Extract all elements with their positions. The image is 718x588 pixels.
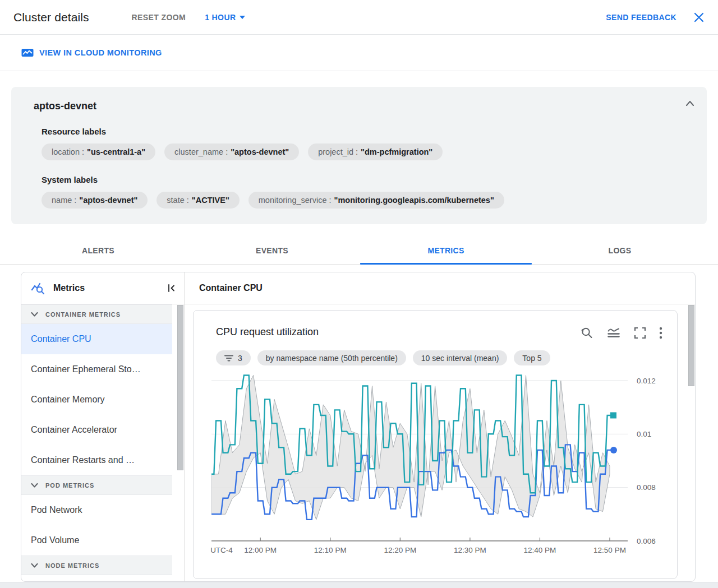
chart-chip-label: 3 bbox=[238, 354, 242, 363]
label-key: location : bbox=[52, 147, 84, 156]
label-value: "ACTIVE" bbox=[192, 196, 229, 205]
main-scrollbar[interactable] bbox=[688, 305, 695, 581]
metrics-explorer-icon bbox=[30, 281, 45, 295]
cluster-name: aptos-devnet bbox=[34, 100, 96, 112]
main-scrollbar-thumb[interactable] bbox=[688, 305, 694, 386]
label-value: "aptos-devnet" bbox=[79, 196, 137, 205]
close-button[interactable] bbox=[693, 12, 705, 23]
chart-chip-label: Top 5 bbox=[522, 354, 541, 363]
svg-text:0.008: 0.008 bbox=[637, 483, 656, 492]
sidebar-metric-list: CONTAINER METRICSContainer CPUContainer … bbox=[21, 304, 172, 581]
selected-metric-title: Container CPU bbox=[185, 272, 695, 304]
filter-icon bbox=[224, 354, 233, 362]
chart-title: CPU request utilization bbox=[216, 326, 319, 338]
label-key: cluster_name : bbox=[174, 147, 228, 156]
fullscreen-icon bbox=[634, 327, 646, 339]
cluster-details-panel: Cluster details RESET ZOOM 1 HOUR SEND F… bbox=[0, 0, 718, 588]
system-label-chip[interactable]: state :"ACTIVE" bbox=[157, 192, 239, 209]
page-title: Cluster details bbox=[13, 11, 89, 24]
sidebar-title: Metrics bbox=[53, 283, 85, 293]
tab-logs[interactable]: LOGS bbox=[533, 238, 707, 264]
bottom-strip bbox=[0, 582, 718, 588]
collapse-card-button[interactable] bbox=[685, 100, 694, 106]
tab-events[interactable]: EVENTS bbox=[185, 238, 359, 264]
cluster-card-header: aptos-devnet bbox=[22, 100, 696, 112]
chart-options-button[interactable] bbox=[606, 326, 621, 340]
tab-bar-wrap: ALERTSEVENTSMETRICSLOGS bbox=[0, 238, 718, 265]
section-header-container-metrics[interactable]: CONTAINER METRICS bbox=[21, 304, 172, 324]
reset-zoom-button[interactable]: RESET ZOOM bbox=[132, 13, 186, 22]
chevron-down-icon bbox=[31, 312, 38, 317]
monitoring-bar: VIEW IN CLOUD MONITORING bbox=[0, 35, 718, 71]
label-value: "aptos-devnet" bbox=[231, 147, 289, 156]
more-options-button[interactable] bbox=[659, 327, 662, 339]
sidebar-item-pod-volume[interactable]: Pod Volume bbox=[21, 525, 172, 555]
collapse-sidebar-button[interactable] bbox=[167, 284, 176, 293]
cpu-utilization-chart: 12:00 PM12:10 PM12:20 PM12:30 PM12:40 PM… bbox=[194, 373, 677, 578]
chart-area[interactable]: 12:00 PM12:10 PM12:20 PM12:30 PM12:40 PM… bbox=[194, 373, 677, 578]
section-header-label: POD METRICS bbox=[45, 482, 94, 489]
system-label-chip[interactable]: monitoring_service :"monitoring.googleap… bbox=[248, 192, 504, 209]
chevron-down-icon bbox=[31, 563, 38, 568]
svg-text:12:00 PM: 12:00 PM bbox=[244, 546, 277, 554]
sidebar-item-container-memory[interactable]: Container Memory bbox=[21, 385, 172, 415]
sidebar-item-container-accelerator[interactable]: Container Accelerator bbox=[21, 415, 172, 445]
chart-card-header: CPU request utilization bbox=[194, 311, 677, 340]
svg-text:0.012: 0.012 bbox=[637, 377, 656, 385]
chart-chip-2[interactable]: 10 sec interval (mean) bbox=[413, 350, 508, 365]
time-range-dropdown[interactable]: 1 HOUR bbox=[205, 13, 245, 22]
zoom-reset-button[interactable] bbox=[580, 326, 593, 340]
section-header-pod-metrics[interactable]: POD METRICS bbox=[21, 475, 172, 495]
sidebar-header: Metrics bbox=[21, 272, 184, 304]
chart-filter-chips: 3by namespace name (50th percentile)10 s… bbox=[216, 350, 677, 365]
metric-main-area: Container CPU CPU request utilization 3b… bbox=[185, 272, 695, 581]
sidebar-item-container-ephemeral-sto[interactable]: Container Ephemeral Sto… bbox=[21, 354, 172, 385]
label-value: "us-central1-a" bbox=[87, 147, 145, 156]
cluster-info-card: aptos-devnet Resource labels location :"… bbox=[11, 87, 707, 224]
resource-label-chip[interactable]: project_id :"dm-pcfmigration" bbox=[308, 143, 443, 160]
chart-chip-3[interactable]: Top 5 bbox=[514, 350, 550, 365]
chart-options-icon bbox=[606, 326, 621, 340]
section-header-label: CONTAINER METRICS bbox=[45, 311, 121, 318]
send-feedback-button[interactable]: SEND FEEDBACK bbox=[606, 13, 676, 22]
sidebar-scrollbar[interactable] bbox=[177, 305, 184, 581]
svg-text:12:10 PM: 12:10 PM bbox=[314, 546, 347, 554]
sidebar-item-pod-network[interactable]: Pod Network bbox=[21, 495, 172, 525]
collapse-left-icon bbox=[167, 284, 176, 293]
tab-bar: ALERTSEVENTSMETRICSLOGS bbox=[11, 238, 707, 264]
section-header-node-metrics[interactable]: NODE METRICS bbox=[21, 555, 172, 575]
chart-chip-0[interactable]: 3 bbox=[216, 350, 251, 365]
svg-text:12:20 PM: 12:20 PM bbox=[384, 546, 416, 554]
sidebar-item-container-restarts-and[interactable]: Container Restarts and … bbox=[21, 445, 172, 475]
resource-labels-list: location :"us-central1-a"cluster_name :"… bbox=[42, 143, 696, 160]
system-label-chip[interactable]: name :"aptos-devnet" bbox=[42, 192, 148, 209]
section-header-label: NODE METRICS bbox=[45, 562, 99, 569]
system-labels-list: name :"aptos-devnet"state :"ACTIVE"monit… bbox=[42, 192, 696, 209]
top-bar: Cluster details RESET ZOOM 1 HOUR SEND F… bbox=[0, 0, 718, 35]
chart-chip-label: 10 sec interval (mean) bbox=[421, 354, 499, 363]
label-key: name : bbox=[52, 196, 76, 205]
resource-label-chip[interactable]: location :"us-central1-a" bbox=[42, 143, 155, 160]
view-in-cloud-monitoring-link[interactable]: VIEW IN CLOUD MONITORING bbox=[21, 48, 162, 58]
chevron-down-icon bbox=[240, 16, 245, 19]
monitoring-link-label: VIEW IN CLOUD MONITORING bbox=[39, 48, 162, 57]
chart-chip-1[interactable]: by namespace name (50th percentile) bbox=[257, 350, 406, 365]
label-value: "dm-pcfmigration" bbox=[361, 147, 432, 156]
tab-metrics[interactable]: METRICS bbox=[359, 238, 533, 264]
fullscreen-button[interactable] bbox=[634, 327, 646, 339]
more-options-icon bbox=[659, 327, 662, 339]
sidebar-scrollbar-thumb[interactable] bbox=[177, 305, 183, 470]
svg-text:12:30 PM: 12:30 PM bbox=[454, 546, 486, 554]
svg-text:12:40 PM: 12:40 PM bbox=[524, 546, 556, 554]
monitoring-chart-icon bbox=[21, 48, 34, 58]
tab-alerts[interactable]: ALERTS bbox=[11, 238, 185, 264]
label-key: project_id : bbox=[318, 147, 358, 156]
label-key: state : bbox=[167, 196, 189, 205]
svg-text:UTC-4: UTC-4 bbox=[210, 546, 233, 554]
svg-text:0.01: 0.01 bbox=[637, 430, 651, 438]
sidebar-item-container-cpu[interactable]: Container CPU bbox=[21, 324, 172, 354]
resource-label-chip[interactable]: cluster_name :"aptos-devnet" bbox=[164, 143, 299, 160]
time-range-value: 1 HOUR bbox=[205, 13, 236, 22]
chart-chip-label: by namespace name (50th percentile) bbox=[266, 354, 398, 363]
chevron-down-icon bbox=[31, 483, 38, 488]
